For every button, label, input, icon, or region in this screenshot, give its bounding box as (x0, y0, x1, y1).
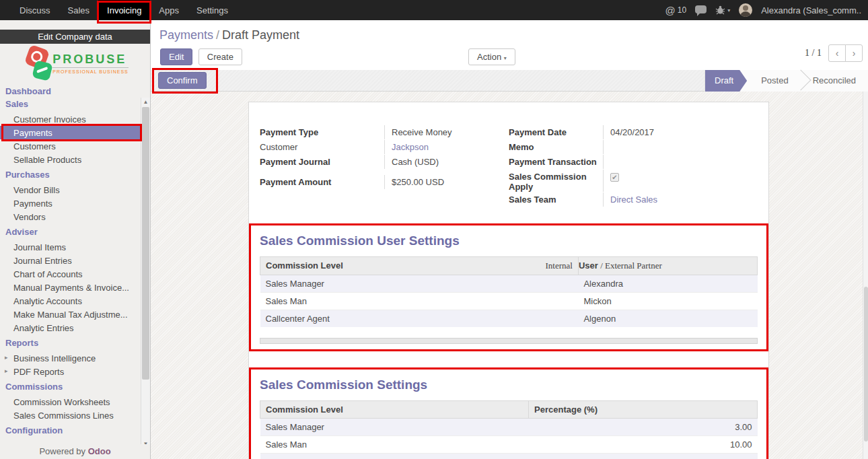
column-header-user-partner[interactable]: User / External Partner (578, 257, 757, 275)
main-menu: Discuss Sales Invoicing Apps Settings (0, 0, 237, 20)
header-text-internal: Internal (546, 260, 573, 271)
bug-icon (715, 5, 725, 15)
sidebar-item-commission-worksheets[interactable]: Commission Worksheets (0, 395, 141, 409)
user-settings-title: Sales Commission User Settings (260, 234, 758, 248)
sidebar-heading-adviser: Adviser (0, 223, 141, 240)
logo-subtitle: PROFESSIONAL BUSINESS (52, 67, 129, 74)
logo-tools-icon (32, 60, 53, 81)
sidebar-item-customers[interactable]: Customers (0, 139, 141, 153)
header-text: Commission Level (266, 260, 343, 271)
user-avatar[interactable] (739, 3, 752, 17)
pager-value: 1 / 1 (805, 48, 822, 59)
sidebar-scrollbar[interactable]: ▲ ▼ (141, 98, 150, 448)
mention-count: 10 (678, 5, 686, 15)
list-horizontal-scrollbar[interactable] (260, 338, 758, 344)
field-payment-journal: Payment Journal Cash (USD) (260, 155, 502, 169)
user-menu[interactable]: Alexandra (Sales_comm.. (761, 5, 861, 15)
status-step-draft[interactable]: Draft (705, 70, 747, 92)
sidebar-item-pdf-reports[interactable]: ▸PDF Reports (0, 365, 141, 378)
button-row: Edit Create Action ▾ 1 / 1 ‹ › (151, 48, 868, 67)
company-logo[interactable]: PROBUSE PROFESSIONAL BUSINESS (0, 44, 150, 81)
sidebar-heading-sales: Sales (0, 96, 141, 112)
field-value (603, 155, 758, 169)
table-row[interactable]: Sales Manager Alexandra (260, 275, 758, 293)
debug-menu[interactable]: ▾ (715, 5, 730, 15)
sidebar-item-payments[interactable]: Payments (0, 126, 141, 139)
sidebar-item-chart-of-accounts[interactable]: Chart of Accounts (0, 267, 141, 281)
field-value: Cash (USD) (384, 155, 502, 169)
footer-prefix: Powered by (39, 446, 87, 456)
sidebar-item-vendors[interactable]: Vendors (0, 210, 141, 223)
mentions-counter[interactable]: @ 10 (665, 5, 687, 16)
field-label: Payment Amount (260, 175, 384, 189)
annotation-box-confirm: Confirm (152, 68, 218, 94)
cell-commission-level: Sales Manager (260, 275, 579, 293)
column-header-commission-level[interactable]: Commission Level (260, 401, 529, 419)
scrollbar-thumb[interactable] (864, 287, 868, 442)
column-header-commission-level[interactable]: Commission Level Internal (260, 257, 579, 275)
create-button[interactable]: Create (198, 48, 242, 65)
chat-bubble-icon[interactable] (695, 5, 707, 13)
header-text: / External Partner (598, 260, 662, 271)
user-settings-table: Commission Level Internal User / Externa… (260, 256, 758, 327)
nav-item-settings[interactable]: Settings (188, 0, 237, 20)
nav-item-discuss[interactable]: Discuss (11, 0, 59, 20)
breadcrumb-payments-link[interactable]: Payments (159, 28, 213, 42)
table-row[interactable]: Sales Man 10.00 (260, 436, 758, 454)
action-dropdown-button[interactable]: Action ▾ (468, 48, 515, 65)
probuse-logo-icon (22, 46, 48, 81)
cell-commission-level: Sales Man (260, 293, 579, 310)
table-row[interactable]: Callcenter Agent Algenon (260, 310, 758, 328)
sidebar: Edit Company data PROBUSE PROFESSIONAL B… (0, 20, 151, 459)
sidebar-item-business-intelligence[interactable]: ▸Business Intelligence (0, 351, 141, 365)
page-scrollbar[interactable] (863, 92, 868, 459)
confirm-button[interactable]: Confirm (158, 72, 207, 89)
sidebar-item-manual-payments[interactable]: Manual Payments & Invoice... (0, 281, 141, 294)
sidebar-item-analytic-entries[interactable]: Analytic Entries (0, 321, 141, 334)
sidebar-item-sellable-products[interactable]: Sellable Products (0, 153, 141, 166)
table-row[interactable]: Sales Manager 3.00 (260, 419, 758, 436)
odoo-brand-link[interactable]: Odoo (88, 446, 111, 456)
column-header-percentage[interactable]: Percentage (%) (529, 401, 758, 419)
nav-item-invoicing[interactable]: Invoicing (98, 0, 150, 20)
cell-percentage: 7.00 (529, 454, 758, 459)
chevron-down-icon: ▾ (727, 7, 730, 13)
expand-caret-icon[interactable]: ▸ (5, 367, 8, 374)
table-row[interactable]: Sales Man Mickon (260, 293, 758, 310)
breadcrumb: Payments/Draft Payment (151, 20, 868, 42)
sidebar-item-vendor-payments[interactable]: Payments (0, 197, 141, 210)
nav-item-apps[interactable]: Apps (150, 0, 188, 20)
sales-team-link[interactable]: Direct Sales (610, 195, 657, 205)
cell-user: Algenon (578, 310, 757, 328)
status-step-reconciled[interactable]: Reconciled (801, 70, 868, 92)
sidebar-item-analytic-accounts[interactable]: Analytic Accounts (0, 294, 141, 308)
sidebar-item-customer-invoices[interactable]: Customer Invoices (0, 112, 141, 126)
sidebar-item-vendor-bills[interactable]: Vendor Bills (0, 183, 141, 197)
sidebar-item-journal-entries[interactable]: Journal Entries (0, 254, 141, 267)
sidebar-item-tax-adjustments[interactable]: Make Manual Tax Adjustme... (0, 308, 141, 321)
edit-button[interactable]: Edit (160, 48, 192, 65)
customer-link[interactable]: Jackpson (392, 142, 429, 152)
field-payment-transaction: Payment Transaction (509, 155, 758, 169)
scroll-up-icon[interactable]: ▲ (141, 98, 150, 106)
sidebar-item-sales-commissions-lines[interactable]: Sales Commissions Lines (0, 409, 141, 422)
pager-previous-button[interactable]: ‹ (828, 44, 846, 62)
action-label: Action (477, 52, 501, 62)
table-header-row: Commission Level Internal User / Externa… (260, 257, 758, 275)
nav-item-sales[interactable]: Sales (59, 0, 99, 20)
field-memo: Memo (509, 140, 758, 154)
logo-text: PROBUSE PROFESSIONAL BUSINESS (52, 53, 129, 74)
sales-commission-apply-checkbox[interactable]: ✔ (610, 173, 619, 182)
scrollbar-thumb[interactable] (142, 107, 149, 380)
systray: @ 10 ▾ Alexandra (Sales_comm.. (665, 0, 868, 20)
field-payment-type: Payment Type Receive Money (260, 125, 502, 139)
field-label: Sales Team (509, 192, 603, 207)
pager-next-button[interactable]: › (845, 44, 863, 62)
table-row[interactable]: Callcenter Agent 7.00 (260, 454, 758, 459)
cell-commission-level: Sales Man (260, 436, 529, 454)
form-view-area: Payment Type Receive Money Customer Jack… (151, 92, 868, 459)
payment-form: Payment Type Receive Money Customer Jack… (260, 125, 758, 207)
expand-caret-icon[interactable]: ▸ (5, 354, 8, 361)
field-value: 04/20/2017 (603, 125, 758, 139)
sidebar-item-journal-items[interactable]: Journal Items (0, 240, 141, 254)
